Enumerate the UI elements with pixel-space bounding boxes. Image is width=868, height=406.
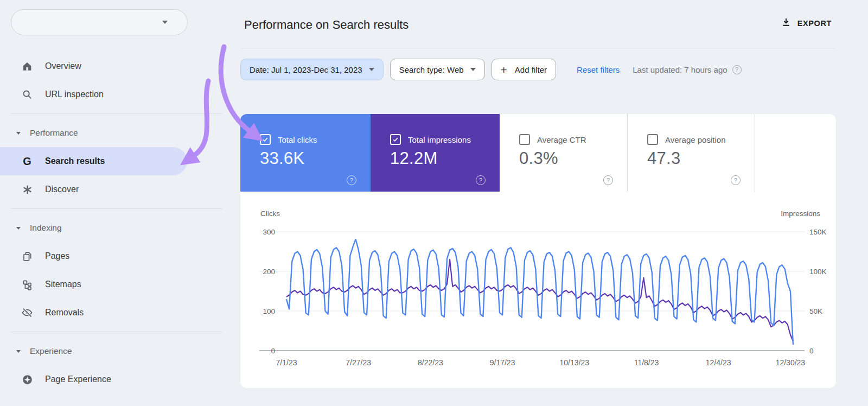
svg-text:11/8/23: 11/8/23 <box>634 358 659 367</box>
page-experience-icon <box>21 373 34 386</box>
sidebar-item-sitemaps[interactable]: Sitemaps <box>0 270 233 299</box>
asterisk-icon <box>21 183 34 196</box>
sidebar-item-url-inspection[interactable]: URL inspection <box>0 80 233 109</box>
sidebar-item-removals[interactable]: Removals <box>0 299 233 327</box>
performance-panel: Total clicks 33.6K ? Total impressions 1… <box>240 114 836 388</box>
svg-text:0: 0 <box>809 347 814 355</box>
sidebar: Overview URL inspection Performance G Se… <box>0 0 233 406</box>
sidebar-item-discover[interactable]: Discover <box>0 175 233 204</box>
svg-text:12/30/23: 12/30/23 <box>776 358 806 367</box>
svg-text:200: 200 <box>263 268 275 276</box>
home-icon <box>21 60 34 73</box>
sidebar-item-pages[interactable]: Pages <box>0 242 233 270</box>
svg-text:150K: 150K <box>809 228 827 236</box>
svg-text:50K: 50K <box>809 307 822 315</box>
last-updated-text: Last updated: 7 hours ago <box>633 65 727 74</box>
eye-off-icon <box>21 306 34 319</box>
sidebar-section-label: Indexing <box>30 223 62 233</box>
svg-text:100: 100 <box>263 307 275 315</box>
sidebar-section-label: Experience <box>30 346 72 356</box>
sidebar-nav: Overview URL inspection Performance G Se… <box>0 52 233 394</box>
sidebar-item-label: Pages <box>45 251 69 261</box>
last-updated: Last updated: 7 hours ago ? <box>633 65 741 74</box>
svg-text:0: 0 <box>271 347 275 355</box>
sidebar-section-performance[interactable]: Performance <box>0 119 233 147</box>
sidebar-item-page-experience[interactable]: Page Experience <box>0 365 233 394</box>
header-divider <box>240 48 836 48</box>
export-label: EXPORT <box>797 19 832 28</box>
google-search-console-app: { "colors": { "page_bg": "#edf0f4", "pan… <box>0 0 868 406</box>
date-filter-chip[interactable]: Date: Jul 1, 2023-Dec 31, 2023 <box>240 59 384 80</box>
sidebar-item-label: Page Experience <box>45 375 111 384</box>
filter-bar: Date: Jul 1, 2023-Dec 31, 2023 Search ty… <box>240 59 742 80</box>
search-icon <box>21 88 34 101</box>
sidebar-divider <box>11 332 222 332</box>
sidebar-item-label: Sitemaps <box>45 280 81 289</box>
sidebar-item-search-results[interactable]: G Search results <box>0 147 187 175</box>
google-g-icon: G <box>21 155 34 168</box>
chevron-down-icon <box>16 227 21 230</box>
sidebar-section-indexing[interactable]: Indexing <box>0 214 233 242</box>
svg-text:10/13/23: 10/13/23 <box>560 358 590 367</box>
add-filter-label: Add filter <box>515 65 547 74</box>
sidebar-item-overview[interactable]: Overview <box>0 52 233 80</box>
plus-icon: + <box>501 64 507 75</box>
svg-text:7/27/23: 7/27/23 <box>346 358 371 367</box>
sidebar-section-label: Performance <box>30 128 78 138</box>
svg-text:9/17/23: 9/17/23 <box>490 358 515 367</box>
chevron-down-icon <box>470 68 476 71</box>
date-filter-label: Date: Jul 1, 2023-Dec 31, 2023 <box>250 65 362 74</box>
help-icon[interactable]: ? <box>732 65 742 74</box>
sidebar-item-label: Overview <box>45 61 81 71</box>
sidebar-item-label: Search results <box>45 156 105 166</box>
svg-text:12/4/23: 12/4/23 <box>706 358 731 367</box>
property-selector-dropdown[interactable] <box>11 9 188 35</box>
chevron-down-icon <box>16 350 21 353</box>
sidebar-section-experience[interactable]: Experience <box>0 337 233 365</box>
sidebar-item-label: Removals <box>45 308 84 318</box>
chevron-down-icon <box>162 21 168 24</box>
sidebar-item-label: URL inspection <box>45 90 104 99</box>
sidebar-divider <box>11 208 222 209</box>
svg-text:7/1/23: 7/1/23 <box>276 358 297 367</box>
svg-text:8/22/23: 8/22/23 <box>418 358 443 367</box>
sitemap-icon <box>21 278 34 291</box>
add-filter-button[interactable]: + Add filter <box>492 59 556 80</box>
svg-text:300: 300 <box>263 228 275 236</box>
chevron-down-icon <box>16 132 21 135</box>
svg-text:100K: 100K <box>809 268 827 276</box>
pages-icon <box>21 250 34 263</box>
export-button[interactable]: EXPORT <box>781 17 832 29</box>
search-type-label: Search type: Web <box>399 65 464 74</box>
clicks-impressions-chart[interactable]: 300150K200100K10050K007/1/237/27/238/22/… <box>240 114 836 388</box>
main-content: Performance on Search results EXPORT Dat… <box>240 0 836 406</box>
sidebar-item-label: Discover <box>45 185 79 194</box>
chevron-down-icon <box>369 68 374 71</box>
search-type-filter-chip[interactable]: Search type: Web <box>390 59 485 80</box>
page-title: Performance on Search results <box>244 18 409 32</box>
download-icon <box>781 17 792 29</box>
reset-filters-link[interactable]: Reset filters <box>577 65 620 74</box>
sidebar-divider <box>11 113 222 114</box>
